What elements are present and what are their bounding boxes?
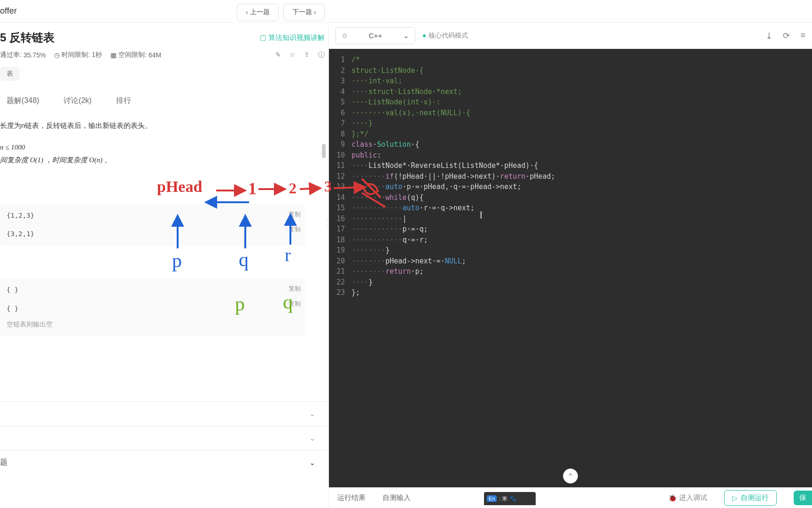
code-content[interactable]: ········}	[351, 245, 390, 256]
complexity: 间复杂度 O(1) ，时间复杂度 O(n) 。	[0, 154, 325, 167]
line-number: 14	[329, 192, 351, 203]
code-content[interactable]: struct·ListNode·{	[351, 65, 424, 76]
video-link-text: 算法知识视频讲解	[268, 33, 325, 42]
tab-solutions[interactable]: 题解(348)	[4, 92, 42, 110]
example-2: 复制 { } 复制 { } 空链表则输出空	[0, 278, 305, 336]
copy-button-2[interactable]: 复制	[289, 224, 301, 235]
example1-output: {3,2,1}	[7, 228, 299, 240]
brand-text: offer	[0, 6, 17, 16]
share-icon[interactable]: ⇪	[304, 51, 310, 59]
line-number: 7	[329, 118, 351, 129]
tag-linked-list[interactable]: 表	[0, 67, 20, 81]
ime-icon: 🐾	[509, 495, 516, 502]
scroll-up-button[interactable]: ⌃	[563, 468, 578, 484]
line-number: 3	[329, 76, 351, 87]
expand-row-1[interactable]: ⌄	[0, 401, 328, 426]
code-content[interactable]: ········auto·p·=·pHead,·q·=·pHead->next;	[351, 182, 521, 192]
next-problem-button[interactable]: 下一题 ›	[283, 4, 325, 21]
mode-text: 核心代码模式	[429, 32, 468, 40]
example2-output: { }	[7, 303, 299, 315]
line-number: 15	[329, 203, 351, 214]
language-select[interactable]: ⚙ C++ ⌄	[336, 27, 415, 44]
code-content[interactable]: /*	[351, 55, 360, 65]
line-number: 8	[329, 129, 351, 140]
line-number: 1	[329, 55, 351, 65]
line-number: 10	[329, 150, 351, 161]
space-limit: ▦ 空间限制: 64M	[110, 51, 161, 59]
line-number: 5	[329, 97, 351, 108]
prev-problem-button[interactable]: ‹ 上一题	[237, 4, 279, 21]
code-content[interactable]: public:	[351, 150, 381, 161]
video-explain-link[interactable]: ▢ 算法知识视频讲解	[260, 33, 325, 42]
text-cursor-icon: I	[479, 209, 483, 221]
line-number: 19	[329, 245, 351, 256]
mode-indicator: 核心代码模式	[423, 32, 468, 40]
code-content[interactable]: ········val(x),·next(NULL)·{	[351, 108, 470, 119]
expand-row-2[interactable]: ⌄	[0, 426, 328, 450]
scrollbar[interactable]	[322, 144, 326, 158]
code-content[interactable]: ····struct·ListNode·*next;	[351, 87, 462, 97]
chevron-down-icon: ⌄	[309, 409, 315, 418]
problem-title: 5 反转链表	[0, 30, 55, 45]
code-content[interactable]: ············q·=·r;	[351, 235, 428, 246]
code-content[interactable]: ············|	[351, 214, 406, 224]
gear-icon: ⚙	[342, 32, 348, 40]
edit-icon[interactable]: ✎	[275, 51, 281, 59]
ime-text: : 米	[499, 495, 508, 503]
tab-run-result[interactable]: 运行结果	[337, 493, 366, 502]
code-content[interactable]: ········while(q){	[351, 192, 424, 203]
code-content[interactable]: ············p·=·q;	[351, 224, 428, 235]
play-icon: ▷	[732, 494, 738, 502]
settings-icon[interactable]: ≡	[800, 31, 805, 41]
next-label: 下一题	[292, 8, 312, 16]
copy-button-4[interactable]: 复制	[289, 298, 301, 309]
refresh-icon[interactable]: ⟳	[783, 31, 790, 41]
line-number: 16	[329, 214, 351, 224]
info-icon[interactable]: ⓘ	[318, 51, 325, 59]
download-icon[interactable]: ⤓	[765, 31, 773, 41]
code-content[interactable]: ············auto·r·=·q->next;	[351, 203, 475, 214]
code-content[interactable]: ····}	[351, 118, 373, 129]
code-content[interactable]: ····ListNode(int·x)·:	[351, 97, 441, 108]
example-1: 复制 {1,2,3} 复制 {3,2,1}	[0, 204, 305, 246]
code-content[interactable]: ····int·val;	[351, 76, 402, 87]
line-number: 18	[329, 235, 351, 246]
chevron-down-icon: ⌄	[403, 32, 409, 40]
test-run-button[interactable]: ▷ 自测运行	[724, 490, 777, 506]
bug-icon: 🐞	[668, 494, 677, 502]
prev-label: 上一题	[250, 8, 270, 16]
code-content[interactable]: ········return·p;	[351, 266, 424, 277]
video-icon: ▢	[260, 33, 266, 42]
ime-en-badge: En	[487, 495, 497, 502]
code-content[interactable]: ········pHead->next·=·NULL;	[351, 256, 466, 267]
memory-icon: ▦	[110, 51, 117, 59]
line-number: 23	[329, 287, 351, 298]
tab-self-test-input[interactable]: 自测输入	[383, 493, 411, 502]
debug-button[interactable]: 🐞 进入调试	[668, 493, 707, 502]
constraint: n ≤ 1000	[0, 141, 325, 154]
code-content[interactable]: ····}	[351, 277, 373, 288]
code-content[interactable]: ····ListNode*·ReverseList(ListNode*·pHea…	[351, 160, 538, 171]
code-content[interactable]: };*/	[351, 129, 368, 140]
copy-button-1[interactable]: 复制	[289, 209, 301, 220]
empty-note: 空链表则输出空	[7, 318, 299, 330]
star-icon[interactable]: ☆	[289, 51, 296, 59]
tab-rank[interactable]: 排行	[113, 92, 134, 110]
example2-input: { }	[7, 284, 299, 296]
expand-label: 题	[0, 458, 8, 468]
expand-row-3[interactable]: 题 ⌄	[0, 450, 328, 475]
time-limit: ◷ 时间限制: 1秒	[54, 51, 102, 59]
submit-button[interactable]: 保	[794, 491, 812, 505]
status-dot-icon	[423, 34, 426, 37]
pass-rate: 通过率: 35.75%	[0, 51, 46, 59]
example1-input: {1,2,3}	[7, 210, 299, 222]
tab-discuss[interactable]: 讨论(2k)	[61, 92, 94, 110]
chevron-down-icon: ⌄	[309, 434, 315, 443]
line-number: 12	[329, 171, 351, 182]
code-content[interactable]: ········if(!pHead·||·!pHead->next)·retur…	[351, 171, 555, 182]
problem-description: 长度为n链表，反转链表后，输出新链表的表头。 n ≤ 1000 间复杂度 O(1…	[0, 110, 328, 392]
code-editor[interactable]: 1/*2struct·ListNode·{3····int·val;4····s…	[329, 49, 812, 487]
code-content[interactable]: };	[351, 287, 360, 298]
copy-button-3[interactable]: 复制	[289, 283, 301, 294]
code-content[interactable]: class·Solution·{	[351, 139, 420, 150]
